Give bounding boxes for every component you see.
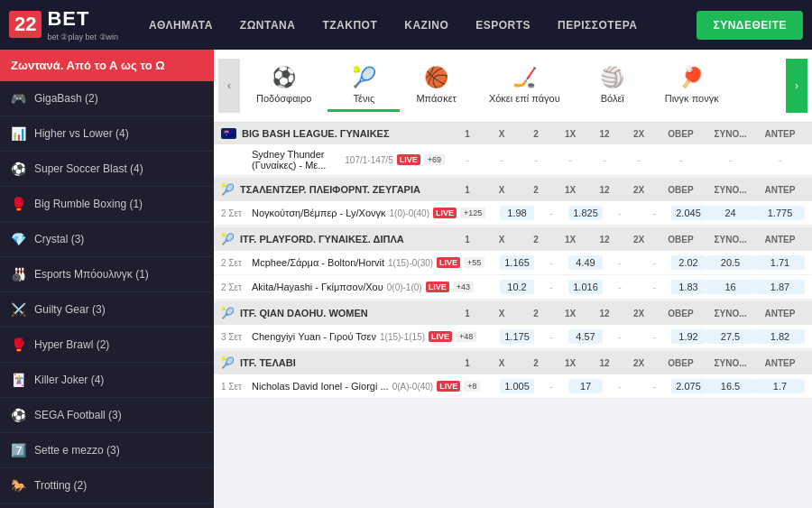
col-header-5: 2X xyxy=(622,358,656,368)
logo-badge: 22 xyxy=(9,11,42,38)
sidebar-item[interactable]: 🎳 Esports Μπόουλινγκ (1) xyxy=(0,257,214,292)
header: 22 BET bet ②play bet ②win ΑΘΛΗΜΑΤΑΖΩΝΤΑΝ… xyxy=(0,0,812,50)
odds-cell-7[interactable]: 1.87 xyxy=(755,280,805,294)
flag-icon: 🇦🇺 xyxy=(221,128,236,139)
odds-cell-7[interactable]: 1.71 xyxy=(755,255,805,270)
match-row: 2 Σετ Νογκούτση/Βέμπερ - Ly/Χονγκ 1(0)-0… xyxy=(214,201,812,226)
odds-cell-6[interactable]: 16.5 xyxy=(706,379,755,393)
col-header-7: ΣΥΝΟ... xyxy=(706,309,755,319)
sport-tab-3[interactable]: 🏒 Χόκει επί πάγου xyxy=(473,60,577,112)
sport-tab-5[interactable]: 🏓 Πινγκ πονγκ xyxy=(649,60,735,112)
odds-cell-2[interactable]: 17 xyxy=(568,379,603,393)
section-title: ITF. QIAN DAOHU. WOMEN xyxy=(240,308,368,319)
sidebar-item[interactable]: ⚽ SEGA Football (3) xyxy=(0,398,214,433)
col-header-5: 2X xyxy=(622,309,656,319)
login-button[interactable]: ΣΥΝΔΕΘΕΙΤΕ xyxy=(697,11,803,40)
sidebar-item[interactable]: 🥊 Hyper Brawl (2) xyxy=(0,328,214,363)
logo-text: BET xyxy=(47,7,118,31)
sidebar-item-label: Esports Μπόουλινγκ (1) xyxy=(34,268,205,281)
col-header-8: ΑΝΤΕΡ xyxy=(755,235,805,245)
sport-tab-1[interactable]: 🎾 Τένις xyxy=(328,60,400,112)
nav-item-καζινο[interactable]: ΚΑΖΙΝΟ xyxy=(392,12,461,39)
col-header-4: 12 xyxy=(587,309,622,319)
odds-cell-0[interactable]: 1.005 xyxy=(500,379,534,393)
match-row: Sydney Thunder (Γυναίκες) - Με... 107/1-… xyxy=(214,144,812,176)
section-header: 🎾 ITF. ΤΕΛΑΒΙ 1X21X122XΟΒΕΡΣΥΝΟ...ΑΝΤΕΡ xyxy=(214,351,812,374)
match-section-itf-playford: 🎾 ITF. PLAYFORD. ΓΥΝΑΙΚΕΣ. ΔΙΠΛΑ 1X21X12… xyxy=(214,227,812,300)
nav-item-τζακποτ[interactable]: ΤΖΑΚΠΟΤ xyxy=(309,12,390,39)
odds-cell-5[interactable]: 2.075 xyxy=(671,379,706,393)
nav-item-αθληματα[interactable]: ΑΘΛΗΜΑΤΑ xyxy=(136,12,226,39)
odds-cell-6[interactable]: 16 xyxy=(706,280,755,294)
odds-cells: 1.175-4.57--1.9227.51.82 xyxy=(500,329,805,344)
flag-icon: 🎾 xyxy=(221,233,235,245)
odds-cell-2[interactable]: 1.825 xyxy=(568,206,603,220)
col-header-2: 2 xyxy=(519,185,553,195)
plus-badge[interactable]: +48 xyxy=(456,331,476,342)
plus-badge[interactable]: +55 xyxy=(464,257,484,268)
odds-cell-7[interactable]: 1.775 xyxy=(755,206,805,220)
plus-badge[interactable]: +69 xyxy=(424,154,445,165)
nav-item-esports[interactable]: ESPORTS xyxy=(463,12,543,39)
odds-cell-2[interactable]: 4.57 xyxy=(568,329,603,344)
odds-cell-0[interactable]: 10.2 xyxy=(500,280,534,294)
sidebar-item[interactable]: 💎 Crystal (3) xyxy=(0,222,214,257)
odds-cell-7[interactable]: 1.82 xyxy=(755,329,805,344)
sport-tab-label: Βόλεϊ xyxy=(601,93,624,104)
plus-badge[interactable]: +125 xyxy=(460,208,485,218)
section-header: 🎾 ΤΣΑΛΕΝΤΖΕΡ. ΠΛΕΙΦΟΡΝΤ. ΖΕΥΓΑΡΙΑ 1X21X1… xyxy=(214,178,812,201)
odds-cell-5[interactable]: 1.83 xyxy=(671,280,706,294)
sidebar-item-icon: ⚽ xyxy=(9,406,27,424)
nav-item-περισσοτερα[interactable]: ΠΕΡΙΣΣΟΤΕΡΑ xyxy=(545,12,650,39)
odds-cell-1: - xyxy=(534,206,568,220)
sport-tab-4[interactable]: 🏐 Βόλεϊ xyxy=(577,60,649,112)
col-header-6: ΟΒΕΡ xyxy=(656,309,706,319)
odds-cell-0[interactable]: 1.165 xyxy=(500,255,534,270)
sidebar-item[interactable]: 7️⃣ Sette e mezzo (3) xyxy=(0,433,214,468)
sidebar-item[interactable]: 🎮 GigaBash (2) xyxy=(0,81,214,116)
team-names: Chengyiyi Yuan - Γιρού Τσεν xyxy=(252,331,376,342)
sidebar-header[interactable]: Ζωντανά. Από το Α ως το Ω xyxy=(0,50,214,81)
sport-tab-2[interactable]: 🏀 Μπάσκετ xyxy=(400,60,473,112)
odds-cell-0[interactable]: 1.98 xyxy=(500,206,534,220)
plus-badge[interactable]: +43 xyxy=(453,282,474,292)
sidebar-item[interactable]: 🐎 Trotting (2) xyxy=(0,468,214,503)
odds-cell-0[interactable]: 1.175 xyxy=(500,329,534,344)
sport-tab-0[interactable]: ⚽ Ποδόσφαιρο xyxy=(240,60,328,112)
odds-cell-2[interactable]: 4.49 xyxy=(568,255,603,270)
sidebar-item[interactable]: 🃏 Killer Joker (4) xyxy=(0,363,214,398)
odds-cell-4: - xyxy=(637,255,671,270)
col-header-2: 2 xyxy=(519,309,553,319)
tabs-right-arrow[interactable]: › xyxy=(786,59,807,113)
plus-badge[interactable]: +8 xyxy=(464,381,480,392)
sidebar-item[interactable]: 📊 Higher vs Lower (4) xyxy=(0,116,214,152)
main-nav: ΑΘΛΗΜΑΤΑΖΩΝΤΑΝΑΤΖΑΚΠΟΤΚΑΖΙΝΟESPORTSΠΕΡΙΣ… xyxy=(136,12,697,39)
sidebar-item-icon: 🥊 xyxy=(9,336,27,354)
sport-tabs-container: ⚽ Ποδόσφαιρο 🎾 Τένις 🏀 Μπάσκετ 🏒 Χόκει ε… xyxy=(240,60,786,112)
match-sections: 🇦🇺 BIG BASH LEAGUE. ΓΥΝΑΙΚΕΣ 1X21X122XΟΒ… xyxy=(214,123,812,399)
odds-cell-5[interactable]: 1.92 xyxy=(671,329,706,344)
col-headers: 1X21X122XΟΒΕΡΣΥΝΟ...ΑΝΤΕΡ xyxy=(450,235,805,245)
odds-cell-5[interactable]: 2.02 xyxy=(671,255,706,270)
odds-cell-7[interactable]: 1.7 xyxy=(755,379,805,393)
sidebar-item[interactable]: ⚽ Super Soccer Blast (4) xyxy=(0,152,214,187)
odds-cell-4: - xyxy=(637,379,671,393)
odds-cell-6[interactable]: 27.5 xyxy=(706,329,755,344)
sidebar-item[interactable]: ⚔️ Guilty Gear (3) xyxy=(0,292,214,328)
match-row: 2 Σετ Akita/Hayashi - Γκίμπσον/Χου 0(0)-… xyxy=(214,275,812,300)
section-title: ΤΣΑΛΕΝΤΖΕΡ. ΠΛΕΙΦΟΡΝΤ. ΖΕΥΓΑΡΙΑ xyxy=(240,184,420,195)
odds-cell-2[interactable]: 1.016 xyxy=(568,280,603,294)
col-header-1: X xyxy=(484,185,519,195)
match-score: 107/1-147/5 xyxy=(345,155,392,165)
odds-cell-5[interactable]: 2.045 xyxy=(671,206,706,220)
sidebar-item[interactable]: 🥊 Big Rumble Boxing (1) xyxy=(0,187,214,222)
tabs-left-arrow[interactable]: ‹ xyxy=(218,59,240,113)
main-content: ‹ ⚽ Ποδόσφαιρο 🎾 Τένις 🏀 Μπάσκετ 🏒 Χόκει… xyxy=(214,50,812,508)
odds-cell-6[interactable]: 20.5 xyxy=(706,255,755,270)
odds-cell-3: - xyxy=(603,329,637,344)
odds-cell-6[interactable]: 24 xyxy=(706,206,755,220)
col-header-1: X xyxy=(484,129,519,139)
nav-item-ζωντανα[interactable]: ΖΩΝΤΑΝΑ xyxy=(227,12,309,39)
team-names: Akita/Hayashi - Γκίμπσον/Χου xyxy=(252,282,383,292)
odds-cells: 1.165-4.49--2.0220.51.71 xyxy=(500,255,805,270)
